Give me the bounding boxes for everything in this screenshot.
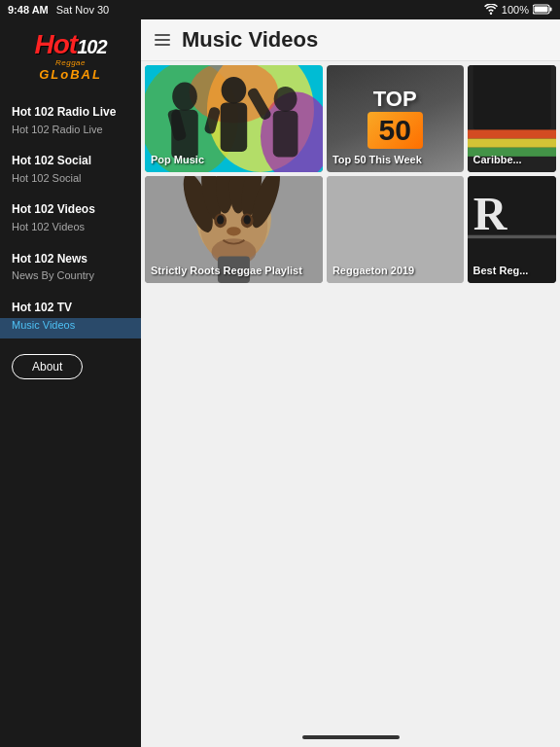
- battery-text: 100%: [502, 4, 529, 16]
- svg-point-11: [222, 77, 247, 104]
- svg-rect-16: [273, 111, 298, 158]
- best-reg-label: Best Reg...: [473, 264, 529, 277]
- app-body: Hot 102 Reggae GLoBAL Hot 102 Radio Live…: [0, 19, 560, 747]
- video-grid: Pop Music TOP 50 Top 50 This Week: [141, 61, 560, 728]
- status-time: 9:48 AM: [8, 4, 49, 16]
- about-button-wrap: About: [0, 342, 141, 391]
- svg-rect-1: [550, 8, 552, 12]
- video-row-2: Strictly Roots Reggae Playlist Reggaeton…: [145, 176, 556, 283]
- nav-title-radio-live: Hot 102 Radio Live: [12, 105, 116, 119]
- sidebar-nav: Hot 102 Radio Live Hot 102 Radio Live Ho…: [0, 90, 141, 342]
- svg-point-34: [244, 215, 251, 224]
- logo-102: 102: [77, 37, 106, 56]
- svg-rect-12: [221, 103, 248, 152]
- svg-rect-19: [468, 129, 556, 138]
- nav-sub-radio-live: Hot 102 Radio Live: [0, 123, 141, 143]
- video-card-reggaeton-2019[interactable]: Reggaeton 2019: [327, 176, 464, 283]
- nav-sub-news: News By Country: [0, 268, 141, 289]
- svg-point-35: [227, 227, 241, 235]
- nav-sub-videos: Hot 102 Videos: [0, 220, 141, 240]
- svg-rect-2: [535, 7, 548, 13]
- svg-text:R: R: [472, 188, 508, 239]
- sidebar-item-videos[interactable]: Hot 102 Videos: [0, 192, 141, 220]
- svg-rect-41: [468, 235, 556, 238]
- sidebar-item-tv[interactable]: Hot 102 TV: [0, 290, 141, 318]
- logo-hot: Hot: [34, 31, 77, 58]
- video-card-caribbean[interactable]: Caribbe...: [468, 65, 556, 172]
- reggaeton-label: Reggaeton 2019: [332, 264, 414, 277]
- status-bar: 9:48 AM Sat Nov 30 100%: [0, 0, 560, 19]
- logo-box: Hot 102 Reggae GLoBAL: [27, 29, 115, 83]
- svg-point-15: [274, 87, 298, 112]
- nav-sub-social: Hot 102 Social: [0, 171, 141, 192]
- battery-icon: [533, 1, 552, 18]
- status-date: Sat Nov 30: [56, 4, 109, 16]
- top50-top-text: TOP: [373, 89, 417, 110]
- gold-badge: 50: [368, 112, 423, 149]
- logo-global: GLoBAL: [39, 67, 102, 82]
- status-right: 100%: [484, 1, 552, 18]
- home-indicator: [302, 735, 400, 739]
- svg-rect-20: [468, 139, 556, 148]
- video-card-pop-music[interactable]: Pop Music: [145, 65, 323, 172]
- sidebar-item-social[interactable]: Hot 102 Social: [0, 143, 141, 171]
- video-card-top50[interactable]: TOP 50 Top 50 This Week: [327, 65, 464, 172]
- top50-label: Top 50 This Week: [332, 153, 422, 166]
- gold-badge-number: 50: [379, 114, 411, 146]
- video-row-1: Pop Music TOP 50 Top 50 This Week: [145, 65, 556, 172]
- wifi-icon: [484, 4, 498, 17]
- sidebar-logo: Hot 102 Reggae GLoBAL: [0, 19, 141, 90]
- sidebar-item-news[interactable]: Hot 102 News: [0, 241, 141, 269]
- strictly-roots-label: Strictly Roots Reggae Playlist: [151, 264, 302, 277]
- page-title: Music Videos: [182, 27, 318, 53]
- nav-title-videos: Hot 102 Videos: [12, 202, 95, 216]
- bottom-bar: [141, 728, 560, 747]
- svg-point-33: [217, 215, 224, 224]
- top50-content: TOP 50: [368, 89, 423, 149]
- sidebar: Hot 102 Reggae GLoBAL Hot 102 Radio Live…: [0, 19, 141, 747]
- logo-reggae: Reggae: [55, 58, 86, 67]
- svg-rect-18: [472, 65, 550, 129]
- svg-point-8: [172, 82, 197, 110]
- nav-title-tv: Hot 102 TV: [12, 301, 72, 314]
- pop-music-label: Pop Music: [151, 153, 204, 166]
- nav-title-social: Hot 102 Social: [12, 154, 91, 167]
- video-card-strictly-roots[interactable]: Strictly Roots Reggae Playlist: [145, 176, 323, 283]
- about-button[interactable]: About: [12, 354, 83, 379]
- nav-sub-tv: Music Videos: [0, 318, 141, 338]
- main-content: Music Videos: [141, 19, 560, 747]
- video-card-best-reg[interactable]: R Best Reg...: [468, 176, 556, 283]
- nav-title-news: Hot 102 News: [12, 252, 88, 266]
- hamburger-icon[interactable]: [153, 32, 172, 48]
- caribbean-label: Caribbe...: [473, 153, 522, 166]
- sidebar-item-radio-live[interactable]: Hot 102 Radio Live: [0, 94, 141, 123]
- main-header: Music Videos: [141, 19, 560, 61]
